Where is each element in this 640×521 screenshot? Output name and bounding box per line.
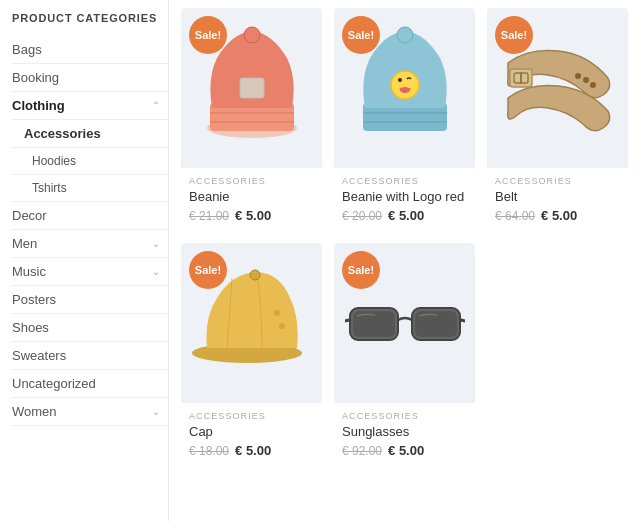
product-card-beanie: Sale! <box>181 8 322 231</box>
svg-point-22 <box>279 323 285 329</box>
product-info-sunglasses: ACCESSORIES Sunglasses € 92.00 € 5.00 <box>334 403 475 466</box>
product-pricing: € 18.00 € 5.00 <box>189 443 314 458</box>
sidebar-item-music[interactable]: Music ⌄ <box>12 258 168 286</box>
sidebar-item-decor[interactable]: Decor <box>12 202 168 230</box>
sidebar-title: PRODUCT CATEGORIES <box>12 12 168 24</box>
sidebar-item-men[interactable]: Men ⌄ <box>12 230 168 258</box>
sidebar-item-posters[interactable]: Posters <box>12 286 168 314</box>
svg-point-5 <box>244 27 260 43</box>
product-info-cap: ACCESSORIES Cap € 18.00 € 5.00 <box>181 403 322 466</box>
price-original: € 21.00 <box>189 209 229 223</box>
product-pricing: € 92.00 € 5.00 <box>342 443 467 458</box>
chevron-down-icon: ⌄ <box>152 238 160 249</box>
product-name[interactable]: Cap <box>189 424 314 439</box>
product-category: ACCESSORIES <box>495 176 620 186</box>
sale-badge: Sale! <box>342 16 380 54</box>
product-card-belt: Sale! <box>487 8 628 231</box>
svg-rect-4 <box>240 78 264 98</box>
product-card-sunglasses: Sale! <box>334 243 475 466</box>
product-grid: Sale! <box>181 8 628 466</box>
price-original: € 18.00 <box>189 444 229 458</box>
price-original: € 64.00 <box>495 209 535 223</box>
product-name[interactable]: Sunglasses <box>342 424 467 439</box>
sidebar-item-bags[interactable]: Bags <box>12 36 168 64</box>
sidebar-item-sweaters[interactable]: Sweaters <box>12 342 168 370</box>
svg-point-13 <box>590 82 596 88</box>
price-original: € 20.00 <box>342 209 382 223</box>
price-sale: € 5.00 <box>235 208 271 223</box>
price-sale: € 5.00 <box>388 443 424 458</box>
page-wrapper: PRODUCT CATEGORIES Bags Booking Clothing… <box>0 0 640 521</box>
product-info-beanie-logo: ACCESSORIES Beanie with Logo red € 20.00… <box>334 168 475 231</box>
sidebar-item-uncategorized[interactable]: Uncategorized <box>12 370 168 398</box>
sale-badge: Sale! <box>495 16 533 54</box>
sidebar-item-tshirts[interactable]: Tshirts <box>12 175 168 202</box>
chevron-down-icon: ⌄ <box>152 266 160 277</box>
chevron-up-icon: ⌃ <box>152 100 160 111</box>
product-category: ACCESSORIES <box>342 176 467 186</box>
main-content: Sale! <box>169 0 640 521</box>
product-card-beanie-logo: Sale! <box>334 8 475 231</box>
product-name[interactable]: Beanie <box>189 189 314 204</box>
price-sale: € 5.00 <box>235 443 271 458</box>
price-sale: € 5.00 <box>388 208 424 223</box>
product-name[interactable]: Beanie with Logo red <box>342 189 467 204</box>
sidebar-item-hoodies[interactable]: Hoodies <box>12 148 168 175</box>
svg-point-10 <box>398 78 402 82</box>
svg-point-14 <box>583 77 589 83</box>
svg-point-9 <box>391 71 419 99</box>
svg-point-12 <box>397 27 413 43</box>
product-category: ACCESSORIES <box>342 411 467 421</box>
product-name[interactable]: Belt <box>495 189 620 204</box>
product-category: ACCESSORIES <box>189 411 314 421</box>
svg-point-21 <box>274 310 280 316</box>
sale-badge: Sale! <box>342 251 380 289</box>
product-pricing: € 20.00 € 5.00 <box>342 208 467 223</box>
sidebar: PRODUCT CATEGORIES Bags Booking Clothing… <box>0 0 169 521</box>
product-pricing: € 21.00 € 5.00 <box>189 208 314 223</box>
svg-point-15 <box>575 73 581 79</box>
product-category: ACCESSORIES <box>189 176 314 186</box>
product-pricing: € 64.00 € 5.00 <box>495 208 620 223</box>
product-info-beanie: ACCESSORIES Beanie € 21.00 € 5.00 <box>181 168 322 231</box>
svg-point-20 <box>250 270 260 280</box>
svg-point-11 <box>400 87 410 93</box>
product-info-belt: ACCESSORIES Belt € 64.00 € 5.00 <box>487 168 628 231</box>
sale-badge: Sale! <box>189 16 227 54</box>
sidebar-item-women[interactable]: Women ⌄ <box>12 398 168 426</box>
sale-badge: Sale! <box>189 251 227 289</box>
sidebar-item-booking[interactable]: Booking <box>12 64 168 92</box>
sidebar-item-clothing[interactable]: Clothing ⌃ <box>12 92 168 120</box>
sidebar-item-accessories[interactable]: Accessories <box>12 120 168 148</box>
price-original: € 92.00 <box>342 444 382 458</box>
price-sale: € 5.00 <box>541 208 577 223</box>
sidebar-item-shoes[interactable]: Shoes <box>12 314 168 342</box>
chevron-down-icon: ⌄ <box>152 406 160 417</box>
product-card-cap: Sale! <box>181 243 322 466</box>
